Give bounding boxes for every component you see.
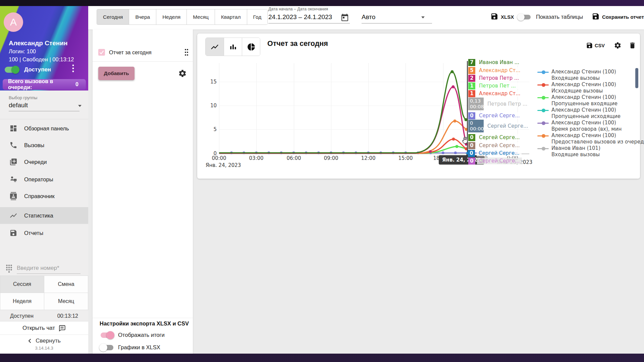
cursor-chip: 7 Иванов Иван ... bbox=[468, 59, 521, 66]
data-point bbox=[451, 70, 454, 73]
chip-value: 1 bbox=[468, 90, 475, 97]
add-report-button[interactable]: Добавить bbox=[98, 67, 135, 80]
collapse-button[interactable]: Свернуть bbox=[0, 338, 88, 344]
chip-label: Иванов Иван ... bbox=[477, 59, 521, 66]
tab-session[interactable]: Сессия bbox=[0, 276, 44, 293]
interval-select-caret-icon[interactable] bbox=[421, 16, 425, 19]
charts-in-xlsx-toggle-thumb[interactable] bbox=[99, 344, 107, 352]
legend-metric: Входящие вызовы bbox=[551, 75, 638, 81]
chip-label: Петров Петр ... bbox=[477, 75, 521, 81]
sidebar-item-operators[interactable]: Операторы bbox=[0, 171, 88, 188]
group-select-underline bbox=[9, 111, 79, 111]
dial-number-input[interactable] bbox=[17, 263, 77, 273]
sidebar-item-label: Очереди bbox=[24, 159, 47, 165]
sidebar-item-calls[interactable]: Вызовы bbox=[0, 137, 88, 154]
period-tab-month[interactable]: Месяц bbox=[186, 9, 215, 24]
available-label: Доступен bbox=[24, 66, 51, 73]
sidebar-item-label: Отчеты bbox=[24, 230, 43, 236]
sidebar-divider bbox=[0, 119, 88, 119]
chart-settings-gear-icon[interactable] bbox=[614, 42, 622, 49]
legend-item[interactable]: Александр Стенин (100)Входящие вызовы bbox=[537, 69, 638, 81]
interval-select-value[interactable]: Авто bbox=[362, 13, 375, 21]
window-bottom-strip bbox=[0, 354, 644, 362]
tab-month-label: Месяц bbox=[58, 298, 74, 304]
drag-handle-icon[interactable] bbox=[184, 48, 189, 56]
data-point bbox=[452, 85, 455, 88]
legend-name: Александр Стенин (100) bbox=[551, 107, 638, 113]
show-tables-toggle-thumb[interactable] bbox=[517, 13, 525, 21]
chip-label: Сергей Серге... bbox=[485, 123, 530, 129]
legend-item[interactable]: Александр Стенин (100)Пропущенные исходя… bbox=[537, 107, 638, 120]
delete-report-trash-icon[interactable] bbox=[629, 42, 636, 49]
tab-week[interactable]: Неделя bbox=[0, 293, 44, 310]
chart-type-line-button[interactable] bbox=[206, 38, 224, 56]
show-totals-toggle-thumb[interactable] bbox=[106, 331, 114, 339]
legend-item[interactable]: Александр Стенин (100)Пропущенные входящ… bbox=[537, 94, 638, 107]
cursor-chip: 0 Сергей Серге... bbox=[468, 134, 522, 141]
available-toggle-thumb[interactable] bbox=[11, 66, 19, 74]
sidebar-item-label: Вызовы bbox=[24, 142, 44, 148]
csv-save-icon[interactable] bbox=[586, 42, 593, 49]
legend-item[interactable]: Александр Стенин (100)Предоставлено вызо… bbox=[537, 132, 638, 145]
legend-item[interactable]: Иванов Иван (101)Входящие вызовы bbox=[537, 145, 638, 158]
sidebar-item-dashboard[interactable]: Обзорная панель bbox=[0, 120, 88, 137]
sidebar-item-directory[interactable]: Справочник bbox=[0, 188, 88, 204]
legend-item[interactable]: Александр Стенин (100)Время разговора (в… bbox=[537, 120, 638, 132]
tab-month[interactable]: Месяц bbox=[44, 293, 88, 310]
chart-type-bar-button[interactable] bbox=[224, 38, 242, 56]
legend-metric: Входящие вызовы bbox=[551, 152, 638, 158]
legend-marker-dot bbox=[542, 147, 545, 150]
chip-value: 000:00 bbox=[468, 120, 484, 132]
save-report-icon[interactable] bbox=[592, 12, 600, 20]
period-tab-today[interactable]: Сегодня bbox=[97, 9, 129, 24]
sidebar-item-statistics[interactable]: Статистика bbox=[0, 207, 88, 224]
sidebar-item-queues[interactable]: Очереди bbox=[0, 154, 88, 170]
data-point bbox=[429, 150, 432, 153]
bar-chart-icon bbox=[229, 43, 237, 51]
chip-label: Сергей Серге... bbox=[477, 150, 522, 157]
group-select-value[interactable]: default bbox=[9, 102, 28, 109]
legend-metric: Время разговора (вх), мин bbox=[551, 126, 638, 132]
cursor-chip: 0 Сергей Серге... bbox=[466, 149, 522, 157]
report-checkbox-label: Отчет за сегодня bbox=[109, 50, 152, 56]
period-tab-yesterday[interactable]: Вчера bbox=[129, 9, 156, 24]
open-chat-button[interactable]: Открыть чат bbox=[0, 321, 88, 335]
chip-label: Петров Петр ... bbox=[485, 101, 529, 107]
chip-label: Александр Ст... bbox=[477, 67, 523, 74]
date-range-value[interactable]: 24.1.2023 – 24.1.2023 bbox=[268, 13, 332, 21]
export-divider bbox=[93, 318, 193, 318]
save-report-label[interactable]: Сохранить отчет bbox=[602, 14, 644, 20]
csv-label[interactable]: CSV bbox=[595, 43, 605, 48]
chart-type-pie-button[interactable] bbox=[242, 38, 260, 56]
period-tab-year[interactable]: Год bbox=[247, 9, 268, 24]
cursor-chip: 0,1300:08 Петров Петр ... bbox=[468, 98, 529, 110]
calendar-icon[interactable] bbox=[341, 13, 349, 21]
line-chart-icon bbox=[210, 43, 219, 51]
chip-label: Сергей Серге... bbox=[477, 158, 522, 164]
phone-icon bbox=[9, 141, 17, 149]
legend-name: Александр Стенин (100) bbox=[551, 120, 638, 126]
chip-value: 1 bbox=[468, 82, 475, 89]
hand-cursor-icon bbox=[461, 136, 470, 145]
chip-value: 0 bbox=[468, 112, 475, 119]
legend-item[interactable]: Александр Стенин (100)Исходящие вызовы bbox=[537, 81, 638, 94]
tab-shift[interactable]: Смена bbox=[44, 276, 88, 293]
period-tab-quarter[interactable]: Квартал bbox=[215, 9, 247, 24]
show-totals-label: Отображать итоги bbox=[118, 332, 165, 338]
xlsx-label[interactable]: XLSX bbox=[501, 14, 514, 20]
legend-scrollbar[interactable] bbox=[635, 68, 638, 88]
xlsx-save-icon[interactable] bbox=[490, 12, 498, 20]
reports-settings-gear-icon[interactable] bbox=[178, 69, 187, 78]
chip-value: 0 bbox=[468, 158, 475, 165]
user-menu-kebab-icon[interactable] bbox=[71, 64, 75, 73]
group-select-caret-icon[interactable] bbox=[78, 105, 82, 107]
period-tab-week[interactable]: Неделя bbox=[156, 9, 186, 24]
sidebar-item-reports[interactable]: Отчеты bbox=[0, 225, 88, 241]
reports-panel-divider bbox=[93, 61, 193, 62]
cursor-chip: 5 Александр Ст... bbox=[468, 67, 523, 74]
chip-value: 5 bbox=[468, 67, 475, 74]
report-checkbox[interactable] bbox=[98, 49, 105, 56]
show-tables-label: Показать таблицы bbox=[536, 14, 583, 20]
sidebar-footer: Свернуть 3.14.14.3 bbox=[0, 335, 88, 354]
dialpad-icon[interactable] bbox=[5, 264, 13, 273]
